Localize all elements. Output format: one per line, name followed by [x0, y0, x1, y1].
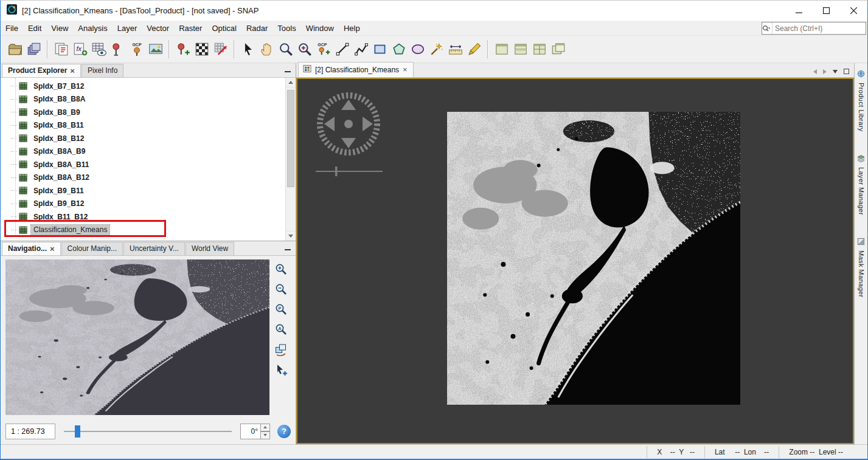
spin-down-icon[interactable] — [261, 431, 270, 439]
tile-floating-icon[interactable] — [549, 40, 568, 59]
image-canvas[interactable] — [296, 78, 854, 444]
nav-tab-navigatio[interactable]: Navigatio...× — [2, 242, 61, 255]
tile-grid-icon[interactable] — [530, 40, 549, 59]
zoom-slider-thumb[interactable] — [75, 425, 80, 438]
next-tab-icon[interactable] — [823, 69, 827, 74]
subset-icon[interactable] — [52, 40, 71, 59]
tree-item-spidx-b8-b8a[interactable]: SpIdx_B8_B8A — [1, 93, 296, 106]
navigation-thumbnail[interactable] — [5, 259, 269, 415]
gcp-manager-icon[interactable]: GCP — [127, 40, 146, 59]
explorer-tab-pixel-info[interactable]: Pixel Info — [82, 64, 123, 77]
nav-tab-uncertainty-v[interactable]: Uncertainty V... — [123, 242, 185, 255]
tree-item-spidx-b7-b12[interactable]: SpIdx_B7_B12 — [1, 80, 296, 93]
zoom-slider[interactable] — [63, 424, 233, 439]
tree-item-classification-kmeans[interactable]: Classification_Kmeans — [1, 224, 296, 237]
scroll-up-icon[interactable] — [286, 78, 296, 88]
tree-item-spidx-b8a-b11[interactable]: SpIdx_B8A_B11 — [1, 158, 296, 171]
select-tool-icon[interactable] — [238, 40, 257, 59]
zoom-factor-field[interactable]: 1 : 269.73 — [5, 424, 55, 439]
nav-tab-world-view[interactable]: World View — [186, 242, 234, 255]
scroll-down-icon[interactable] — [286, 231, 296, 241]
search-box[interactable] — [762, 22, 866, 35]
zoom-in-button[interactable] — [274, 262, 288, 276]
menu-tools[interactable]: Tools — [273, 21, 300, 35]
close-tab-icon[interactable]: × — [50, 246, 55, 252]
magic-wand-icon[interactable] — [427, 40, 446, 59]
tree-item-spidx-b8-b12[interactable]: SpIdx_B8_B12 — [1, 132, 296, 145]
menu-help[interactable]: Help — [339, 21, 365, 35]
help-button[interactable]: ? — [277, 425, 291, 438]
menu-analysis[interactable]: Analysis — [73, 21, 112, 35]
close-tab-icon[interactable]: × — [403, 67, 408, 72]
search-input[interactable] — [773, 24, 868, 33]
gcp-plus-icon[interactable]: GCP — [314, 40, 333, 59]
search-icon[interactable] — [762, 22, 773, 34]
rail-tab-layer-manager[interactable]: Layer Manager — [857, 154, 865, 215]
open-product-icon[interactable] — [5, 40, 24, 59]
line-tool-icon[interactable] — [333, 40, 352, 59]
maximize-button[interactable] — [813, 1, 840, 21]
photo-view-icon[interactable] — [146, 40, 165, 59]
tile-single-icon[interactable] — [492, 40, 511, 59]
tab-list-dropdown-icon[interactable] — [833, 70, 838, 74]
close-tab-icon[interactable]: × — [70, 68, 75, 74]
tree-item-spidx-b8-b11[interactable]: SpIdx_B8_B11 — [1, 119, 296, 132]
explorer-tab-product-explorer[interactable]: Product Explorer× — [2, 64, 81, 77]
tree-item-spidx-b9-b11[interactable]: SpIdx_B9_B11 — [1, 184, 296, 197]
pan-compass-control[interactable] — [311, 86, 386, 179]
polygon-tool-icon[interactable] — [389, 40, 408, 59]
zoom-all-button[interactable]: A — [274, 322, 288, 337]
menu-window[interactable]: Window — [301, 21, 339, 35]
ellipse-tool-icon[interactable] — [408, 40, 427, 59]
rail-tab-product-library[interactable]: Product Library — [857, 69, 865, 132]
menu-raster[interactable]: Raster — [174, 21, 207, 35]
minimize-panel-icon[interactable] — [285, 249, 291, 250]
pencil-tool-icon[interactable] — [465, 40, 484, 59]
menu-file[interactable]: File — [1, 21, 23, 35]
nav-tab-colour-manip[interactable]: Colour Manip... — [61, 242, 123, 255]
scrollbar-thumb[interactable] — [287, 90, 294, 187]
zoom-slider-track[interactable] — [64, 431, 232, 432]
pin-placing-icon[interactable] — [173, 40, 192, 59]
document-tab[interactable]: [2] Classification_Kmeans × — [298, 62, 414, 77]
sync-views-button[interactable] — [274, 342, 288, 357]
classification-image[interactable] — [447, 112, 740, 405]
tile-horizontal-icon[interactable] — [511, 40, 530, 59]
pan-tool-icon[interactable] — [257, 40, 276, 59]
geo-arrow-icon[interactable] — [211, 40, 230, 59]
prev-tab-icon[interactable] — [813, 69, 817, 74]
table-view-icon[interactable] — [89, 40, 108, 59]
menu-radar[interactable]: Radar — [241, 21, 273, 35]
menu-view[interactable]: View — [46, 21, 73, 35]
zoom-pixel-button[interactable]: P — [274, 302, 288, 317]
tree-scrollbar[interactable] — [285, 78, 296, 241]
minimize-panel-icon[interactable] — [285, 71, 291, 72]
menu-edit[interactable]: Edit — [23, 21, 46, 35]
rotation-spinner[interactable] — [261, 424, 270, 439]
measure-tool-icon[interactable] — [446, 40, 465, 59]
tree-item-spidx-b8-b9[interactable]: SpIdx_B8_B9 — [1, 106, 296, 119]
polyline-tool-icon[interactable] — [352, 40, 370, 59]
pin-manager-icon[interactable] — [108, 40, 127, 59]
zoom-out-button[interactable] — [274, 282, 288, 297]
spin-up-icon[interactable] — [261, 424, 270, 431]
zoom-plus-icon[interactable] — [295, 40, 314, 59]
save-product-icon[interactable] — [24, 40, 43, 59]
maximize-view-icon[interactable] — [844, 69, 849, 74]
minimize-button[interactable] — [785, 1, 813, 21]
rail-tab-mask-manager[interactable]: Mask Manager — [857, 237, 865, 298]
tree-item-spidx-b9-b12[interactable]: SpIdx_B9_B12 — [1, 197, 296, 211]
zoom-tool-icon[interactable] — [276, 40, 295, 59]
tree-item-spidx-b11-b12[interactable]: SpIdx_B11_B12 — [1, 210, 296, 224]
tree-item-spidx-b8a-b12[interactable]: SpIdx_B8A_B12 — [1, 171, 296, 185]
menu-optical[interactable]: Optical — [207, 21, 241, 35]
rotation-field[interactable]: 0° — [240, 424, 261, 439]
rectangle-tool-icon[interactable] — [370, 40, 389, 59]
menu-vector[interactable]: Vector — [142, 21, 174, 35]
checker-icon[interactable] — [192, 40, 211, 59]
tree-item-spidx-b8a-b9[interactable]: SpIdx_B8A_B9 — [1, 145, 296, 159]
menu-layer[interactable]: Layer — [113, 21, 142, 35]
band-math-icon[interactable]: fx — [71, 40, 89, 59]
sync-cursor-button[interactable] — [274, 362, 288, 377]
close-button[interactable] — [840, 1, 867, 21]
